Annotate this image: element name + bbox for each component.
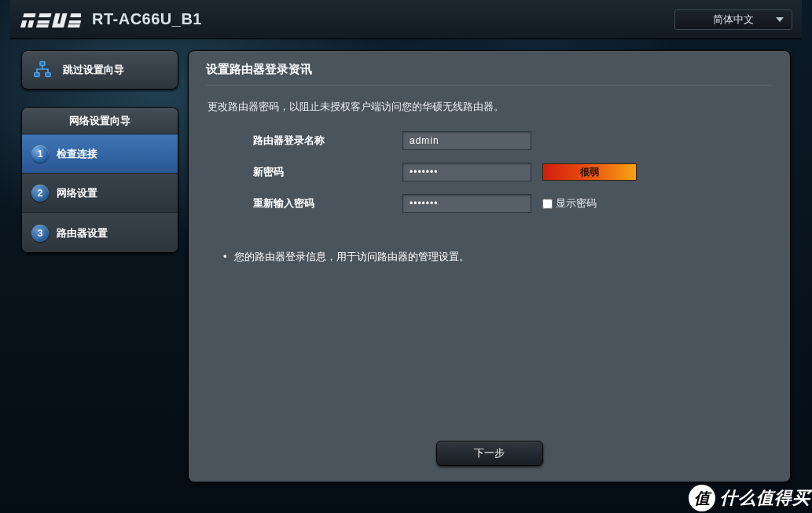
svg-rect-1 <box>20 20 27 27</box>
svg-rect-11 <box>68 24 80 27</box>
next-button[interactable]: 下一步 <box>436 441 543 466</box>
svg-rect-9 <box>70 13 81 17</box>
panel-description: 更改路由器密码，以阻止未授权客户端访问您的华硕无线路由器。 <box>206 100 773 114</box>
login-name-input[interactable] <box>402 131 531 150</box>
confirm-password-input[interactable] <box>402 194 531 213</box>
login-name-label: 路由器登录名称 <box>206 134 402 148</box>
chevron-down-icon <box>776 17 784 22</box>
svg-rect-5 <box>36 24 49 27</box>
wizard-title: 网络设置向导 <box>22 108 178 134</box>
show-password-label: 显示密码 <box>556 196 597 211</box>
show-password-checkbox[interactable]: 显示密码 <box>542 196 597 211</box>
wizard-step-check-connection[interactable]: 1 检查连接 <box>22 134 178 174</box>
divider <box>206 85 773 86</box>
svg-rect-0 <box>23 13 35 17</box>
watermark-badge-icon: 值 <box>689 485 715 511</box>
skip-wizard-button[interactable]: 跳过设置向导 <box>21 50 178 90</box>
svg-rect-6 <box>53 13 60 24</box>
step-number-badge: 1 <box>31 145 49 163</box>
step-number-badge: 2 <box>31 185 49 202</box>
show-password-checkbox-input[interactable] <box>542 199 553 209</box>
password-strength-badge: 很弱 <box>542 163 637 181</box>
skip-wizard-label: 跳过设置向导 <box>63 63 124 77</box>
main-panel: 设置路由器登录资讯 更改路由器密码，以阻止未授权客户端访问您的华硕无线路由器。 … <box>188 50 791 482</box>
wizard-step-router-setup[interactable]: 3 路由器设置 <box>22 213 178 252</box>
svg-rect-13 <box>35 73 39 77</box>
new-password-input[interactable] <box>402 163 531 181</box>
svg-rect-4 <box>37 20 50 24</box>
svg-rect-10 <box>68 20 81 24</box>
wizard-steps-box: 网络设置向导 1 检查连接 2 网络设置 3 路由器设置 <box>21 107 178 253</box>
svg-rect-2 <box>28 20 34 27</box>
sidebar: 跳过设置向导 网络设置向导 1 检查连接 2 网络设置 3 路由器设置 <box>21 50 178 253</box>
svg-rect-7 <box>60 13 67 24</box>
svg-rect-14 <box>46 73 50 77</box>
panel-title: 设置路由器登录资讯 <box>206 62 773 85</box>
svg-rect-3 <box>39 13 51 17</box>
step-label: 检查连接 <box>57 147 97 161</box>
watermark: 值 什么值得买 <box>689 485 810 511</box>
step-number-badge: 3 <box>31 225 49 242</box>
confirm-password-label: 重新输入密码 <box>206 196 402 211</box>
wizard-step-network-setup[interactable]: 2 网络设置 <box>22 174 178 213</box>
language-dropdown[interactable]: 简体中文 <box>674 9 792 30</box>
new-password-label: 新密码 <box>206 165 402 179</box>
model-name: RT-AC66U_B1 <box>92 10 202 28</box>
watermark-text: 什么值得买 <box>720 486 810 510</box>
step-label: 路由器设置 <box>57 226 108 240</box>
svg-rect-12 <box>40 62 45 66</box>
asus-logo <box>20 12 81 27</box>
top-bar: RT-AC66U_B1 简体中文 <box>10 0 802 39</box>
svg-rect-8 <box>52 24 64 27</box>
login-info-note: 您的路由器登录信息，用于访问路由器的管理设置。 <box>206 249 489 266</box>
language-dropdown-label: 简体中文 <box>713 13 754 27</box>
network-topology-icon <box>33 60 52 79</box>
step-label: 网络设置 <box>57 186 97 200</box>
